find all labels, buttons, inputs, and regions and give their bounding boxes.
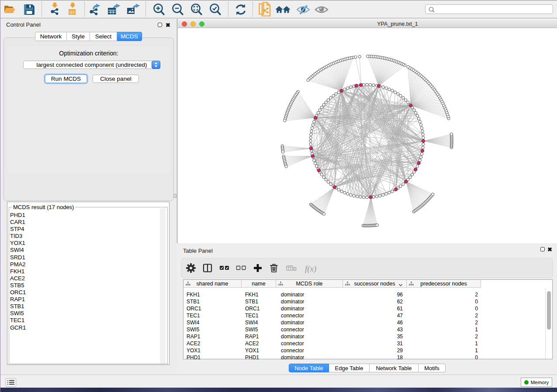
svg-text:f(x): f(x) <box>305 264 316 274</box>
